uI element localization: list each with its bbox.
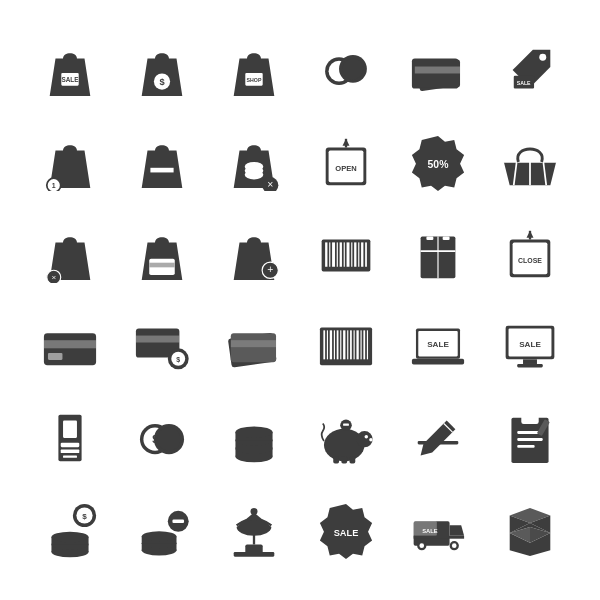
svg-rect-41 — [325, 242, 327, 266]
icon-coins — [301, 25, 391, 115]
svg-rect-13 — [415, 67, 460, 74]
svg-text:SHOP: SHOP — [247, 77, 262, 83]
svg-point-22 — [245, 162, 264, 171]
svg-marker-57 — [527, 231, 534, 238]
icon-barcode — [301, 209, 391, 299]
svg-rect-37 — [149, 263, 175, 268]
svg-text:CLOSE: CLOSE — [518, 257, 542, 264]
icon-shopping-bag-coins-remove: × — [209, 117, 299, 207]
svg-rect-127 — [517, 438, 543, 441]
svg-rect-49 — [354, 242, 356, 266]
svg-text:×: × — [267, 179, 273, 190]
svg-text:+: + — [267, 264, 273, 275]
svg-rect-75 — [330, 330, 332, 359]
icon-open-box — [485, 485, 575, 575]
icon-shopping-bag-dollar: $ — [117, 25, 207, 115]
icon-credit-card-tilt — [209, 301, 299, 391]
svg-text:SALE: SALE — [519, 340, 541, 349]
icon-credit-card-coin: $ — [117, 301, 207, 391]
svg-marker-26 — [343, 139, 350, 146]
svg-point-153 — [419, 543, 424, 548]
svg-text:SALE: SALE — [517, 80, 531, 86]
svg-rect-19 — [150, 168, 173, 173]
icon-shopping-bag-box — [393, 209, 483, 299]
icon-coins-stack — [209, 393, 299, 483]
svg-rect-100 — [61, 450, 80, 453]
icon-coins-remove — [117, 485, 207, 575]
svg-rect-86 — [367, 330, 368, 359]
icon-shopping-bag-remove: × — [25, 209, 115, 299]
icon-pen-sign — [393, 393, 483, 483]
svg-rect-71 — [231, 340, 276, 347]
svg-rect-52 — [365, 242, 367, 266]
icon-monitor-sale: SALE — [485, 301, 575, 391]
svg-rect-55 — [443, 237, 450, 240]
icon-open-sign: OPEN — [301, 117, 391, 207]
svg-text:$: $ — [159, 77, 165, 87]
icon-coin-dollar: $ — [117, 393, 207, 483]
icon-credit-card-plain — [25, 301, 115, 391]
icon-shopping-basket — [485, 117, 575, 207]
svg-rect-76 — [334, 330, 335, 359]
icon-close-sign: CLOSE — [485, 209, 575, 299]
svg-rect-51 — [361, 242, 363, 266]
svg-point-9 — [343, 58, 364, 79]
svg-rect-63 — [48, 353, 63, 360]
svg-rect-70 — [231, 333, 276, 362]
svg-rect-62 — [44, 340, 96, 348]
svg-text:1: 1 — [52, 182, 56, 189]
svg-text:SALE: SALE — [427, 340, 449, 349]
icon-shopping-bag-add: + — [209, 209, 299, 299]
svg-rect-125 — [521, 414, 538, 424]
icon-credit-card — [393, 25, 483, 115]
svg-rect-120 — [333, 457, 339, 464]
icon-price-tag-sale: SALE — [485, 25, 575, 115]
svg-rect-82 — [354, 330, 355, 359]
svg-text:$: $ — [152, 434, 158, 445]
icon-shopping-bag-sale: SALE — [25, 25, 115, 115]
svg-text:SALE: SALE — [334, 528, 359, 538]
svg-point-113 — [235, 426, 272, 438]
svg-point-14 — [539, 54, 546, 61]
icon-delivery-van-sale: SALE — [393, 485, 483, 575]
svg-rect-44 — [337, 242, 338, 266]
svg-rect-65 — [136, 336, 180, 343]
svg-rect-90 — [412, 359, 464, 365]
svg-rect-81 — [350, 330, 352, 359]
icon-shopping-bag-one: 1 — [25, 117, 115, 207]
svg-text:$: $ — [176, 356, 180, 364]
svg-rect-156 — [414, 536, 464, 539]
svg-rect-54 — [426, 237, 433, 240]
icon-shopping-bag-minus — [117, 117, 207, 207]
icon-clipboard — [485, 393, 575, 483]
svg-rect-50 — [358, 242, 359, 266]
svg-text:SALE: SALE — [422, 528, 438, 534]
svg-point-105 — [157, 428, 180, 451]
svg-text:OPEN: OPEN — [335, 164, 356, 173]
svg-rect-47 — [347, 242, 350, 266]
svg-rect-45 — [340, 242, 342, 266]
svg-text:SALE: SALE — [62, 76, 79, 83]
svg-rect-83 — [356, 330, 358, 359]
svg-point-118 — [365, 435, 368, 438]
svg-rect-48 — [351, 242, 352, 266]
svg-rect-42 — [329, 242, 330, 266]
svg-rect-95 — [517, 364, 543, 367]
svg-rect-79 — [343, 330, 345, 359]
svg-point-142 — [142, 531, 177, 541]
icon-shopping-bag-shop: SHOP — [209, 25, 299, 115]
svg-rect-85 — [363, 330, 365, 359]
icon-atm — [25, 393, 115, 483]
svg-point-119 — [369, 438, 372, 441]
svg-rect-46 — [344, 242, 345, 266]
svg-rect-128 — [517, 445, 534, 448]
svg-rect-98 — [63, 421, 77, 438]
svg-rect-94 — [523, 359, 537, 364]
svg-rect-84 — [361, 330, 362, 359]
svg-point-114 — [324, 429, 365, 461]
icon-scale — [209, 485, 299, 575]
svg-rect-78 — [340, 330, 341, 359]
svg-rect-146 — [234, 552, 275, 557]
svg-rect-121 — [341, 457, 347, 464]
svg-rect-74 — [327, 330, 328, 359]
